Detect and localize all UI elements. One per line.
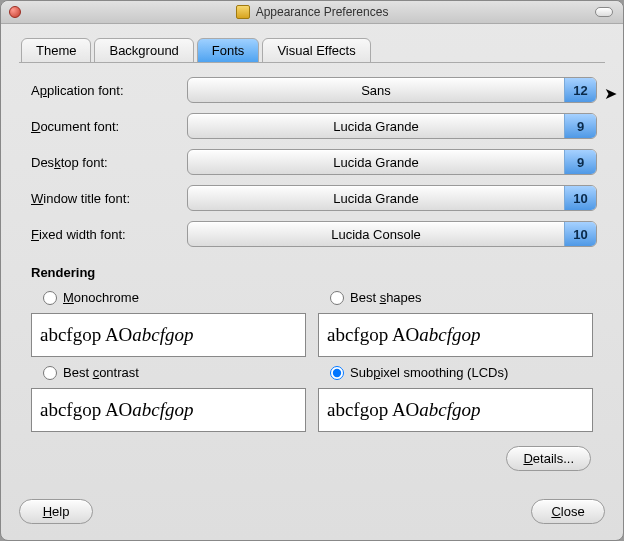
help-button[interactable]: Help (19, 499, 93, 524)
window-title-font-label: Window title font: (27, 191, 187, 206)
application-font-button[interactable]: Sans 12 (187, 77, 597, 103)
rendering-subpixel-input[interactable] (330, 366, 344, 380)
fixed-width-font-size: 10 (564, 222, 596, 246)
tabs: Theme Background Fonts Visual Effects (19, 38, 605, 63)
cursor-icon: ➤ (604, 84, 617, 103)
document-font-label: Document font: (27, 119, 187, 134)
tab-background[interactable]: Background (94, 38, 193, 63)
preferences-window: Appearance Preferences ➤ Theme Backgroun… (0, 0, 624, 541)
application-font-size: 12 (564, 78, 596, 102)
titlebar: Appearance Preferences (1, 1, 623, 24)
document-font-size: 9 (564, 114, 596, 138)
fixed-width-font-name: Lucida Console (188, 222, 564, 246)
window-title-font-size: 10 (564, 186, 596, 210)
tab-body-fonts: Application font: Sans 12 Document font:… (19, 62, 605, 471)
window-title-font-button[interactable]: Lucida Grande 10 (187, 185, 597, 211)
rendering-sample-shapes: abcfgop AO abcfgop (318, 313, 593, 357)
document-font-name: Lucida Grande (188, 114, 564, 138)
rendering-heading: Rendering (31, 265, 597, 280)
window-title: Appearance Preferences (256, 5, 389, 19)
desktop-font-label: Desktop font: (27, 155, 187, 170)
rendering-best-shapes-input[interactable] (330, 291, 344, 305)
rendering-subpixel-radio[interactable]: Subpixel smoothing (LCDs) (318, 363, 593, 382)
fixed-width-font-button[interactable]: Lucida Console 10 (187, 221, 597, 247)
rendering-best-shapes-radio[interactable]: Best shapes (318, 288, 593, 307)
details-button[interactable]: Details... (506, 446, 591, 471)
rendering-monochrome-radio[interactable]: Monochrome (31, 288, 306, 307)
tab-theme[interactable]: Theme (21, 38, 91, 63)
window-close-button[interactable] (9, 6, 21, 18)
window-pill-button[interactable] (595, 7, 613, 17)
tab-visual-effects[interactable]: Visual Effects (262, 38, 370, 63)
rendering-monochrome-input[interactable] (43, 291, 57, 305)
document-font-button[interactable]: Lucida Grande 9 (187, 113, 597, 139)
application-font-name: Sans (188, 78, 564, 102)
rendering-best-contrast-input[interactable] (43, 366, 57, 380)
appearance-icon (236, 5, 250, 19)
close-button[interactable]: Close (531, 499, 605, 524)
desktop-font-name: Lucida Grande (188, 150, 564, 174)
rendering-sample-contrast: abcfgop AO abcfgop (31, 388, 306, 432)
desktop-font-button[interactable]: Lucida Grande 9 (187, 149, 597, 175)
rendering-best-contrast-radio[interactable]: Best contrast (31, 363, 306, 382)
application-font-label: Application font: (27, 83, 187, 98)
rendering-sample-monochrome: abcfgop AO abcfgop (31, 313, 306, 357)
dialog-footer: Help Close (1, 485, 623, 540)
rendering-sample-subpixel: abcfgop AO abcfgop (318, 388, 593, 432)
tab-fonts[interactable]: Fonts (197, 38, 260, 63)
fixed-width-font-label: Fixed width font: (27, 227, 187, 242)
window-title-font-name: Lucida Grande (188, 186, 564, 210)
desktop-font-size: 9 (564, 150, 596, 174)
